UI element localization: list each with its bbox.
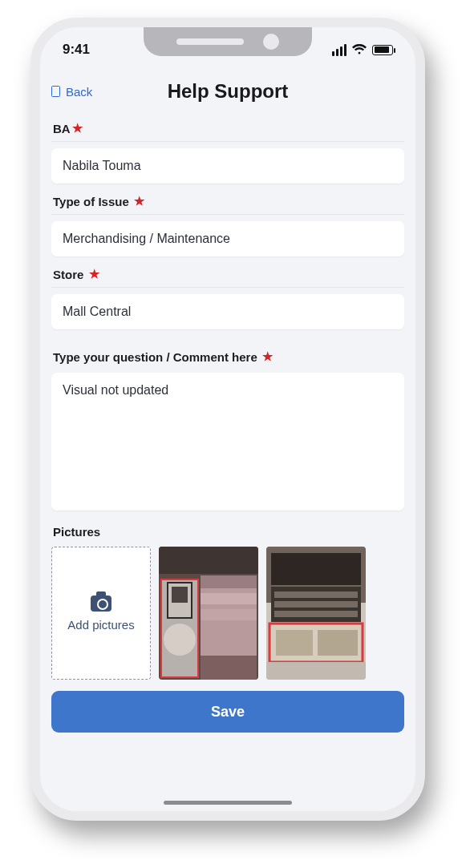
- svg-rect-7: [201, 656, 257, 680]
- svg-rect-6: [201, 625, 257, 636]
- field-store: Store ★ Mall Central: [51, 264, 404, 329]
- comment-label-row: Type your question / Comment here ★: [51, 347, 404, 369]
- svg-rect-13: [172, 587, 188, 603]
- issue-type-label: Type of Issue: [53, 195, 129, 208]
- back-icon: [51, 86, 60, 97]
- store-label-row: Store ★: [51, 264, 404, 288]
- svg-rect-24: [318, 630, 358, 656]
- svg-point-10: [164, 624, 196, 656]
- add-pictures-label: Add pictures: [67, 618, 134, 632]
- svg-rect-1: [159, 547, 258, 574]
- home-indicator[interactable]: [164, 801, 292, 805]
- wifi-icon: [352, 44, 367, 55]
- required-marker: ★: [89, 267, 99, 281]
- phone-frame: 9:41 Back Help Support: [30, 18, 425, 821]
- svg-rect-18: [274, 591, 358, 598]
- comment-label: Type your question / Comment here: [53, 350, 257, 364]
- help-support-form: BA★ Nabila Touma Type of Issue ★ Merchan…: [51, 111, 404, 801]
- camera-icon: [91, 595, 111, 612]
- ba-value: Nabila Touma: [63, 159, 141, 172]
- back-button[interactable]: Back: [51, 85, 92, 99]
- pictures-label-row: Pictures: [51, 522, 404, 543]
- required-marker: ★: [262, 349, 273, 364]
- pictures-label: Pictures: [53, 525, 100, 539]
- notch: [144, 27, 312, 56]
- app-header: Back Help Support: [51, 72, 404, 111]
- ba-label-row: BA★: [51, 119, 404, 142]
- ba-input[interactable]: Nabila Touma: [51, 148, 404, 184]
- comment-value: Visual not updated: [63, 383, 168, 397]
- app-screen: Back Help Support BA★ Nabila Touma Type …: [40, 72, 415, 811]
- picture-thumbnail-2[interactable]: [266, 547, 366, 680]
- status-time: 9:41: [63, 42, 90, 58]
- issue-type-value: Merchandising / Maintenance: [63, 232, 230, 245]
- store-label: Store: [53, 268, 83, 281]
- field-comment: Type your question / Comment here ★ Visu…: [51, 347, 404, 511]
- required-marker: ★: [72, 121, 83, 135]
- store-select[interactable]: Mall Central: [51, 294, 404, 329]
- field-ba: BA★ Nabila Touma: [51, 119, 404, 184]
- issue-type-label-row: Type of Issue ★: [51, 192, 404, 215]
- add-pictures-button[interactable]: Add pictures: [51, 547, 151, 680]
- status-icons: [332, 44, 393, 56]
- svg-rect-19: [274, 601, 358, 608]
- store-value: Mall Central: [63, 305, 131, 318]
- svg-rect-16: [271, 553, 361, 585]
- battery-icon: [372, 45, 393, 55]
- ba-label: BA: [53, 122, 71, 135]
- svg-rect-23: [276, 630, 313, 656]
- comment-textarea[interactable]: Visual not updated: [51, 373, 404, 511]
- picture-thumbnail-1[interactable]: [159, 547, 258, 680]
- save-button[interactable]: Save: [51, 691, 404, 733]
- field-pictures: Pictures Add pictures: [51, 522, 404, 680]
- page-title: Help Support: [51, 80, 404, 103]
- save-label: Save: [211, 704, 245, 721]
- svg-rect-5: [201, 609, 257, 620]
- required-marker: ★: [134, 194, 144, 208]
- svg-rect-3: [201, 575, 257, 588]
- field-issue-type: Type of Issue ★ Merchandising / Maintena…: [51, 192, 404, 256]
- svg-rect-25: [266, 662, 366, 680]
- back-label: Back: [66, 85, 92, 99]
- signal-icon: [332, 44, 346, 56]
- svg-rect-20: [274, 611, 358, 617]
- issue-type-select[interactable]: Merchandising / Maintenance: [51, 221, 404, 256]
- svg-rect-4: [201, 593, 257, 604]
- pictures-row: Add pictures: [51, 547, 404, 680]
